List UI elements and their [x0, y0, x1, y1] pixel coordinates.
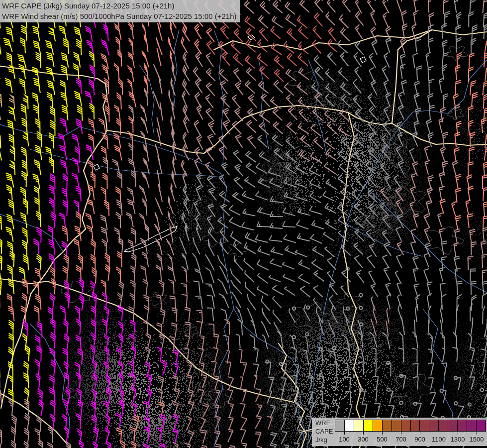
legend-label-parameter: CAPE: [315, 427, 333, 436]
legend-swatch: [439, 420, 448, 431]
legend-tick-mark: [458, 432, 458, 435]
legend-swatch: [383, 420, 392, 431]
legend-tick-value: 1100: [432, 436, 446, 443]
legend-swatch: [458, 420, 467, 431]
legend-swatch: [373, 420, 383, 431]
weather-map-canvas: [0, 0, 487, 448]
legend-swatch: [477, 420, 486, 431]
legend-colorbar: [335, 420, 486, 432]
legend-swatch: [411, 420, 420, 431]
weather-map: WRF CAPE (J/kg) Sunday 07-12-2025 15:00 …: [0, 0, 487, 448]
legend-tick-mark: [439, 432, 439, 435]
legend-label-model: WRF: [315, 419, 333, 427]
legend-swatch: [345, 420, 354, 431]
legend-swatch: [335, 420, 345, 431]
title-line-shear: WRF Wind shear (m/s) 500/1000hPa Sunday …: [2, 11, 237, 21]
legend-swatch: [401, 420, 411, 431]
legend-swatch: [392, 420, 401, 431]
legend-tick-value: 1500: [470, 436, 484, 443]
legend-tick-mark: [401, 432, 401, 435]
legend-tick-value: 700: [395, 436, 406, 443]
legend-swatch: [354, 420, 364, 431]
legend-tick-value: 500: [377, 436, 388, 443]
legend-tick-mark: [344, 432, 345, 435]
legend-swatch: [467, 420, 477, 431]
legend-tick-mark: [420, 432, 420, 435]
legend-label-unit: J/kg: [315, 436, 333, 444]
legend-tick-value: 300: [358, 436, 369, 443]
legend-swatch: [448, 420, 458, 431]
legend-swatch: [429, 420, 439, 431]
legend-swatch: [364, 420, 373, 431]
legend-tick-mark: [477, 432, 477, 435]
title-line-cape: WRF CAPE (J/kg) Sunday 07-12-2025 15:00 …: [2, 0, 237, 11]
legend-tick-mark: [363, 432, 364, 435]
legend-tick-mark: [382, 432, 383, 435]
legend-tick-value: 1300: [451, 436, 465, 443]
legend-tick-value: 100: [339, 436, 350, 443]
cape-legend: WRF CAPE J/kg 10030050070090011001300150…: [312, 418, 487, 446]
legend-tick-value: 900: [414, 436, 425, 443]
title-overlay: WRF CAPE (J/kg) Sunday 07-12-2025 15:00 …: [0, 0, 240, 22]
legend-swatch: [420, 420, 429, 431]
legend-label: WRF CAPE J/kg: [315, 419, 333, 444]
